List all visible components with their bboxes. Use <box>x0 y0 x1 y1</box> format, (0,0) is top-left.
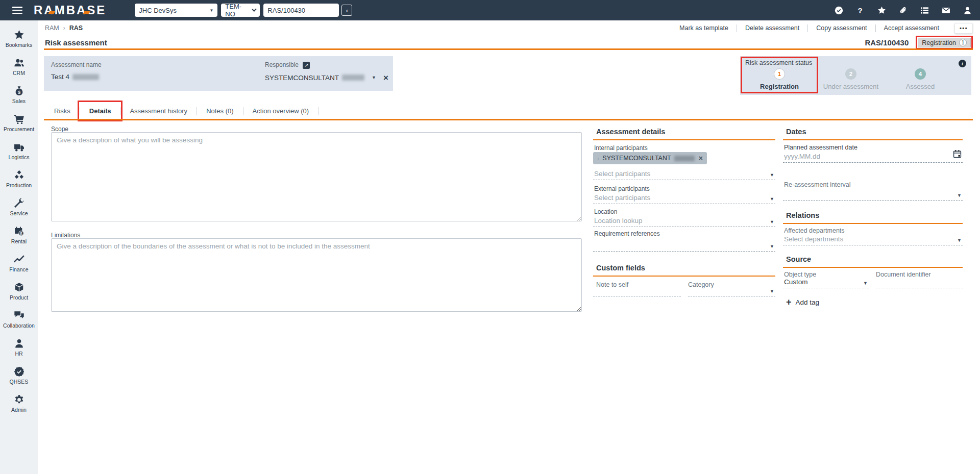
chevron-down-icon: ▼ <box>770 196 774 202</box>
chevron-down-icon[interactable]: ▼ <box>372 75 376 80</box>
mark-as-template-button[interactable]: Mark as template <box>671 24 737 32</box>
reassessment-interval-label: Re-assessment interval <box>784 181 851 188</box>
open-link-icon[interactable]: ↗ <box>303 62 310 69</box>
tasks-icon[interactable] <box>920 6 929 15</box>
main-area: RAM › RAS Mark as template Delete assess… <box>38 20 980 474</box>
sidebar-item-bookmarks[interactable]: Bookmarks <box>0 24 38 53</box>
planned-assessment-date-label: Planned assessment date <box>784 144 857 151</box>
page-title: Risk assessment <box>45 38 107 47</box>
breadcrumb: RAM › RAS <box>45 24 83 32</box>
chevron-down-icon: ▼ <box>770 172 774 178</box>
badge-check-icon[interactable] <box>834 6 843 15</box>
module-sidebar: Bookmarks CRM $ Sales Procurement Logist… <box>0 20 38 474</box>
location-lookup-select[interactable]: Location lookup ▼ <box>593 215 775 227</box>
tab-risks[interactable]: Risks <box>45 103 80 119</box>
add-tag-button[interactable]: + Add tag <box>786 297 819 307</box>
sidebar-item-qhses[interactable]: QHSES <box>0 361 38 389</box>
assessment-details-heading: Assessment details <box>593 128 775 140</box>
status-badge[interactable]: Registration 1 <box>918 38 971 47</box>
responsible-value[interactable]: SYSTEMCONSULTANT ▼ × <box>265 73 388 82</box>
sidebar-item-admin[interactable]: Admin <box>0 389 38 417</box>
annotation-box: Registration 1 <box>916 36 973 49</box>
truck-icon <box>14 142 24 153</box>
note-to-self-input[interactable] <box>593 286 681 296</box>
copy-assessment-button[interactable]: Copy assessment <box>808 24 875 32</box>
internal-participants-select[interactable]: Select participants ▼ <box>593 168 775 180</box>
category-select[interactable]: ▼ <box>688 286 775 296</box>
sidebar-item-procurement[interactable]: Procurement <box>0 109 38 137</box>
plus-icon: + <box>786 297 792 307</box>
cart-icon <box>14 114 24 124</box>
wrench-icon <box>14 198 24 209</box>
redacted-text <box>674 156 695 161</box>
responsible-label: Responsible ↗ <box>265 61 388 69</box>
affected-departments-select[interactable]: Select departments ▼ <box>783 233 963 245</box>
user-icon[interactable] <box>963 6 972 15</box>
chevron-down-icon: ▼ <box>957 238 962 243</box>
scope-textarea[interactable] <box>51 132 582 221</box>
object-type-select[interactable]: Custom ▼ <box>783 276 869 288</box>
info-icon[interactable]: i <box>959 60 966 67</box>
delete-assessment-button[interactable]: Delete assessment <box>737 24 807 32</box>
calendar-dollar-icon: $ <box>14 226 24 237</box>
module-selector[interactable]: TEM-NO <box>221 4 260 17</box>
favorites-icon[interactable] <box>877 6 886 15</box>
sidebar-item-product[interactable]: Product <box>0 277 38 305</box>
sidebar-item-rental[interactable]: $ Rental <box>0 221 38 249</box>
relations-heading: Relations <box>783 211 963 224</box>
document-identifier-input[interactable] <box>876 276 963 288</box>
title-divider <box>44 48 973 50</box>
top-bar: RAMBASE JHC DevSys▼ TEM-NO ‹ ? <box>0 0 980 20</box>
breadcrumb-root[interactable]: RAM <box>45 24 59 32</box>
box-icon <box>14 282 24 293</box>
sidebar-item-crm[interactable]: CRM <box>0 53 38 81</box>
location-label: Location <box>594 208 617 215</box>
menu-icon[interactable] <box>12 7 22 14</box>
tab-action-overview[interactable]: Action overview (0) <box>243 103 318 119</box>
chevron-down-icon: ▼ <box>770 244 774 249</box>
chevron-down-icon <box>252 7 257 12</box>
sidebar-item-hr[interactable]: HR <box>0 333 38 361</box>
tab-notes[interactable]: Notes (0) <box>197 103 242 119</box>
company-selector[interactable]: JHC DevSys▼ <box>135 4 217 17</box>
reassessment-interval-select[interactable]: ▼ <box>783 188 963 201</box>
people-icon <box>14 58 24 68</box>
money-bag-icon: $ <box>14 86 24 96</box>
tab-details[interactable]: Details <box>80 103 120 119</box>
title-row: Risk assessment RAS/100430 Registration … <box>38 36 980 49</box>
clear-responsible-button[interactable]: × <box>383 73 388 82</box>
breadcrumb-current: RAS <box>69 24 83 32</box>
sidebar-item-finance[interactable]: Finance <box>0 249 38 277</box>
attachment-icon[interactable] <box>898 6 908 15</box>
star-icon <box>14 30 24 40</box>
planned-assessment-date-input[interactable]: yyyy.MM.dd <box>783 151 963 163</box>
back-button[interactable]: ‹ <box>341 5 352 16</box>
external-participants-select[interactable]: Select participants ▼ <box>593 192 775 204</box>
mail-icon[interactable] <box>941 6 950 15</box>
sidebar-item-logistics[interactable]: Logistics <box>0 137 38 165</box>
remove-participant-icon[interactable]: × <box>699 154 703 162</box>
sidebar-item-collaboration[interactable]: Collaboration <box>0 305 38 333</box>
topbar-icon-group: ? <box>834 6 972 15</box>
sidebar-item-production[interactable]: Production <box>0 165 38 193</box>
redacted-text <box>72 74 99 80</box>
sidebar-item-service[interactable]: Service <box>0 193 38 221</box>
custom-fields-heading: Custom fields <box>593 264 775 277</box>
status-panel-label: Risk assessment status <box>745 59 812 66</box>
chevron-down-icon: ▼ <box>770 289 774 294</box>
tab-assessment-history[interactable]: Assessment history <box>120 103 197 119</box>
scope-label: Scope <box>51 126 68 133</box>
accept-assessment-button[interactable]: Accept assessment <box>876 24 947 32</box>
calendar-icon[interactable] <box>953 149 962 160</box>
sidebar-item-sales[interactable]: $ Sales <box>0 81 38 109</box>
help-icon[interactable]: ? <box>855 6 865 15</box>
participant-chip[interactable]: ‹ SYSTEMCONSULTANT × <box>593 152 707 164</box>
risk-assessment-status-panel: Risk assessment status i 1 Registration … <box>740 56 971 95</box>
chevron-down-icon: ▼ <box>957 193 962 198</box>
more-actions-button[interactable]: ••• <box>954 23 973 34</box>
requirement-references-select[interactable]: ▼ <box>593 239 775 252</box>
document-actions: Mark as template Delete assessment Copy … <box>671 23 973 34</box>
gear-icon <box>14 394 24 405</box>
limitations-textarea[interactable] <box>51 238 582 312</box>
program-search-input[interactable] <box>263 4 339 17</box>
